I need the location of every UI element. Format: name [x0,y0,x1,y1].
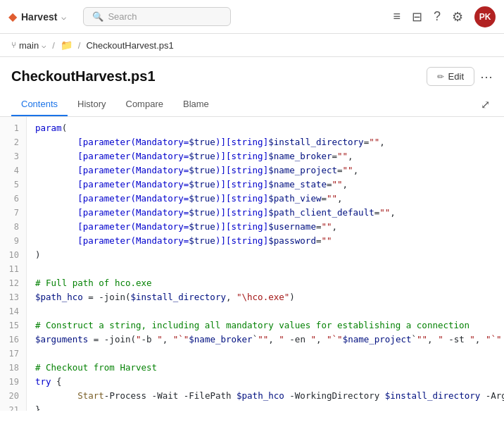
line-numbers: 123456789101112131415161718192021222324 [0,117,27,411]
nav-brand-label: Harvest [21,11,57,23]
code-line [35,262,504,276]
breadcrumb-filename[interactable]: CheckoutHarvest.ps1 [86,40,173,51]
line-number: 12 [0,276,26,290]
breadcrumb-sep2: / [78,40,81,51]
code-line: [parameter(Mandatory=$true)][string]$use… [35,220,504,234]
tabs-list: Contents History Compare Blame [11,93,219,116]
line-number: 10 [0,248,26,262]
page-title: CheckoutHarvest.ps1 [11,68,156,85]
more-options-button[interactable]: ⋯ [480,69,493,85]
nav-icons: ≡ ⊟ ? ⚙ PK [393,6,496,27]
code-line: [parameter(Mandatory=$true)][string]$pas… [35,234,504,248]
line-number: 3 [0,149,26,163]
breadcrumb-sep1: / [52,40,55,51]
code-line: [parameter(Mandatory=$true)][string]$pat… [35,192,504,206]
code-line: # Checkout from Harvest [35,361,504,375]
code-line: param( [35,121,504,135]
help-icon[interactable]: ? [434,9,441,24]
code-line: $path_hco = -join($install_directory, "\… [35,290,504,304]
code-line: [parameter(Mandatory=$true)][string]$nam… [35,178,504,192]
top-nav: ◆ Harvest ⌵ 🔍 Search ≡ ⊟ ? ⚙ PK [0,0,504,34]
file-actions: ✏ Edit ⋯ [427,67,493,86]
code-viewer: 123456789101112131415161718192021222324 … [0,117,504,411]
line-number: 20 [0,389,26,403]
code-line: [parameter(Mandatory=$true)][string]$nam… [35,163,504,178]
line-number: 9 [0,234,26,248]
code-line: $arguments = -join("-b ", "`"$name_broke… [35,333,504,347]
tabs-bar: Contents History Compare Blame ⤢ [0,93,504,117]
settings-icon[interactable]: ⚙ [452,9,463,25]
nav-brand-chevron: ⌵ [61,12,66,22]
user-avatar[interactable]: PK [474,6,496,27]
line-number: 15 [0,318,26,333]
search-placeholder: Search [108,11,137,22]
line-number: 18 [0,361,26,375]
expand-icon[interactable]: ⤢ [478,95,493,114]
code-line: # Construct a string, including all mand… [35,318,504,333]
line-number: 8 [0,220,26,234]
tab-history[interactable]: History [68,93,115,116]
code-line [35,347,504,361]
edit-label: Edit [448,71,464,82]
edit-pencil-icon: ✏ [437,72,444,82]
apps-icon[interactable]: ⊟ [412,9,422,25]
line-number: 4 [0,163,26,178]
harvest-logo-icon: ◆ [8,10,17,23]
branch-name: main [19,40,39,51]
nav-logo[interactable]: ◆ Harvest ⌵ [8,10,66,23]
edit-button[interactable]: ✏ Edit [427,67,474,86]
line-number: 11 [0,262,26,276]
code-line [35,304,504,318]
search-box[interactable]: 🔍 Search [83,7,231,26]
folder-icon[interactable]: 📁 [61,39,73,51]
line-number: 17 [0,347,26,361]
code-line: [parameter(Mandatory=$true)][string]$pat… [35,206,504,220]
code-line: ) [35,248,504,262]
line-number: 16 [0,333,26,347]
line-number: 19 [0,375,26,389]
line-number: 2 [0,135,26,149]
line-number: 5 [0,178,26,192]
line-number: 6 [0,192,26,206]
line-number: 13 [0,290,26,304]
tab-blame[interactable]: Blame [173,93,219,116]
code-line: } [35,403,504,411]
branch-selector[interactable]: ⑂ main ⌵ [11,40,46,51]
code-content: param( [parameter(Mandatory=$true)][stri… [27,117,504,411]
code-line: # Full path of hco.exe [35,276,504,290]
code-line: [parameter(Mandatory=$true)][string]$ins… [35,135,504,149]
line-number: 7 [0,206,26,220]
code-line: try { [35,375,504,389]
tab-compare[interactable]: Compare [116,93,173,116]
tab-contents[interactable]: Contents [11,93,68,116]
code-line: [parameter(Mandatory=$true)][string]$nam… [35,149,504,163]
file-header: CheckoutHarvest.ps1 ✏ Edit ⋯ [0,57,504,93]
branch-chevron: ⌵ [42,41,46,50]
branch-icon: ⑂ [11,40,16,50]
breadcrumb: ⑂ main ⌵ / 📁 / CheckoutHarvest.ps1 [0,34,504,57]
code-line: Start-Process -Wait -FilePath $path_hco … [35,389,504,403]
search-icon: 🔍 [92,11,103,22]
line-number: 14 [0,304,26,318]
menu-icon[interactable]: ≡ [393,9,401,24]
line-number: 1 [0,121,26,135]
line-number: 21 [0,403,26,411]
